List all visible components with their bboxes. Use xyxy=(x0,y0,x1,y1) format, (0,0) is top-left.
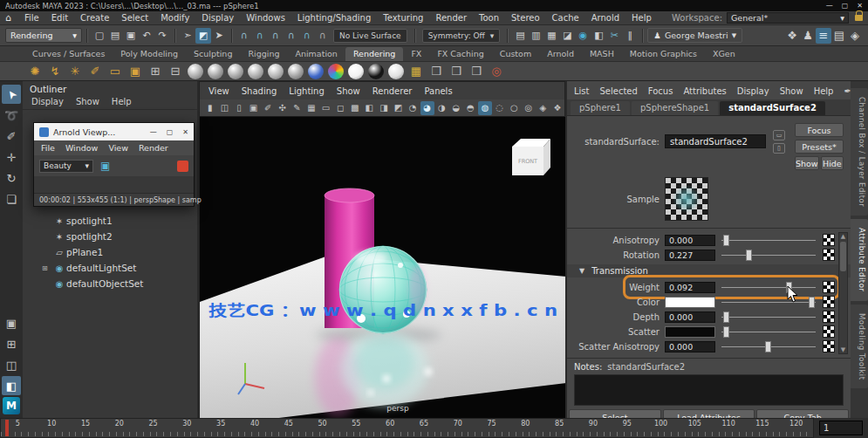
attribute-editor-menu-item[interactable]: Focus xyxy=(648,86,673,96)
sidebar-tab[interactable]: Channel Box / Layer Editor xyxy=(851,88,868,216)
pause-icon[interactable]: ‖ xyxy=(622,28,638,44)
2d-pan-zoom-icon[interactable]: ✐ xyxy=(261,101,275,115)
shelf-tab[interactable]: Rendering xyxy=(345,47,404,61)
spot-light-icon[interactable]: ✐ xyxy=(86,63,104,80)
xray-icon[interactable]: ○ xyxy=(507,101,521,115)
viewport-menu-item[interactable]: Renderer xyxy=(372,86,413,96)
attribute-slider[interactable] xyxy=(721,250,816,261)
shelf-tab[interactable]: Custom xyxy=(492,47,539,61)
minimize-button[interactable]: — xyxy=(826,2,833,10)
snap-surface-icon[interactable]: ∩ xyxy=(315,28,331,44)
arnold-menu-item[interactable]: View xyxy=(108,143,128,153)
surface-shader-white-icon[interactable] xyxy=(348,64,364,79)
use-background-icon[interactable] xyxy=(388,64,404,79)
attribute-value-field[interactable]: 0.000 xyxy=(665,341,715,352)
move-tool[interactable]: ✛ xyxy=(2,147,21,167)
menu-item[interactable]: Windows xyxy=(240,13,291,23)
node-name-field[interactable]: standardSurface2 xyxy=(665,134,766,148)
menu-item[interactable]: Modify xyxy=(154,13,195,23)
attribute-value-field[interactable] xyxy=(665,326,715,338)
layered-shader-icon[interactable] xyxy=(288,64,304,79)
grid-icon[interactable]: ▦ xyxy=(304,101,318,115)
stop-render-button[interactable] xyxy=(177,161,188,172)
joint-size-icon[interactable]: ✣ xyxy=(276,101,290,115)
render-sequence-icon[interactable]: ▦ xyxy=(543,28,559,44)
texture-map-button[interactable] xyxy=(823,340,835,352)
attribute-editor-menu-item[interactable]: Help xyxy=(814,86,834,96)
slider-handle[interactable] xyxy=(723,326,729,338)
directional-light-icon[interactable]: ↯ xyxy=(46,63,64,80)
texture-map-button[interactable] xyxy=(823,296,835,308)
swatch-link-icon[interactable]: ▭ xyxy=(773,130,785,140)
attribute-editor-tab[interactable]: pSphere1 xyxy=(571,101,630,115)
layout-two-pane[interactable]: ◫ xyxy=(2,355,21,374)
close-button[interactable]: ✕ xyxy=(182,128,188,136)
grease-pencil-icon[interactable]: ✎ xyxy=(290,101,304,115)
cut-icon[interactable]: ✂ xyxy=(606,28,622,44)
point-light-icon[interactable]: ✳ xyxy=(66,63,84,80)
light-editor-icon[interactable]: ❒ xyxy=(468,63,485,80)
shelf-tab[interactable]: FX xyxy=(403,47,429,61)
scroll-up-icon[interactable]: ▲ xyxy=(841,233,845,240)
texture-map-button[interactable] xyxy=(823,281,835,293)
menu-item[interactable]: File xyxy=(18,13,45,23)
hypershade-icon[interactable]: ⊟ xyxy=(167,63,184,80)
lock-icon[interactable] xyxy=(855,15,863,21)
shelf-tab[interactable]: Curves / Surfaces xyxy=(24,47,113,61)
viewport-menu-item[interactable]: View xyxy=(208,86,229,96)
attribute-slider[interactable] xyxy=(721,326,816,338)
scrollbar-thumb[interactable] xyxy=(840,242,846,271)
presets-button[interactable]: Presets* xyxy=(795,140,844,154)
attribute-slider[interactable] xyxy=(721,235,816,246)
volume-light-icon[interactable]: ▭ xyxy=(106,63,124,80)
viewport-menu-item[interactable]: Panels xyxy=(424,86,452,96)
collapse-triangle-icon[interactable]: ▼ xyxy=(579,267,584,275)
field-chart-icon[interactable]: ◧ xyxy=(363,101,377,115)
maximize-button[interactable]: ▢ xyxy=(842,2,849,10)
attribute-value-field[interactable] xyxy=(665,297,715,308)
arnold-menu-item[interactable]: Render xyxy=(139,143,168,153)
isolate-select-icon[interactable]: ◎ xyxy=(522,101,536,115)
snap-grid-icon[interactable]: ∩ xyxy=(236,28,252,44)
attribute-editor-menu-item[interactable]: Display xyxy=(737,86,769,96)
attribute-editor-menu-item[interactable]: Selected xyxy=(599,86,637,96)
scale-tool[interactable]: ❏ xyxy=(2,189,21,209)
menu-item[interactable]: Stereo xyxy=(505,13,546,23)
layout-outliner-persp[interactable]: ◧ xyxy=(2,376,21,395)
notes-textarea[interactable] xyxy=(574,374,844,406)
attribute-editor-menu-item[interactable]: List xyxy=(574,86,589,96)
ai-standard-surface-icon[interactable] xyxy=(268,64,284,79)
select-tool[interactable]: ➤ xyxy=(2,85,21,104)
aov-dropdown[interactable]: Beauty▾ xyxy=(39,160,93,173)
shelf-tab[interactable]: Motion Graphics xyxy=(622,47,705,61)
material-sample-swatch[interactable] xyxy=(665,177,708,221)
ambient-occlusion-icon[interactable]: ◍ xyxy=(478,101,492,115)
current-frame-field[interactable] xyxy=(819,421,863,435)
safe-title-icon[interactable]: ◩ xyxy=(392,101,406,115)
arnold-window-titlebar[interactable]: Arnold Viewp... — ▢ ✕ xyxy=(34,123,194,140)
standard-surface-icon[interactable] xyxy=(248,64,263,79)
use-all-lights-icon[interactable]: ◒ xyxy=(449,101,463,115)
sidebar-tab[interactable]: Attribute Editor xyxy=(851,219,868,300)
film-gate-icon[interactable]: ▭ xyxy=(319,101,333,115)
slider-handle[interactable] xyxy=(746,250,752,261)
expand-icon[interactable]: ⊞ xyxy=(42,264,52,272)
lasso-tool[interactable]: ➰ xyxy=(2,106,21,125)
timeline-ruler[interactable]: 5101520253035404550556065707580859095100… xyxy=(0,418,814,438)
shelf-tab[interactable]: FX Caching xyxy=(429,47,491,61)
attribute-value-field[interactable]: 0.227 xyxy=(665,250,715,261)
checker-texture-icon[interactable]: ▦ xyxy=(407,63,425,80)
slider-handle[interactable] xyxy=(786,282,792,293)
camera-settings-icon[interactable]: ◫ xyxy=(218,101,232,115)
ipr-render-icon[interactable]: ▥ xyxy=(528,28,543,44)
shadows-icon[interactable]: ◓ xyxy=(464,101,478,115)
layout-single-pane[interactable]: ▣ xyxy=(2,313,21,332)
texture-map-button[interactable] xyxy=(823,249,835,261)
shelf-tab[interactable]: Poly Modeling xyxy=(113,47,186,61)
viewport-menu-item[interactable]: Show xyxy=(337,86,360,96)
attribute-editor-menu-item[interactable]: Attributes xyxy=(683,86,726,96)
attribute-value-field[interactable]: 0.000 xyxy=(665,235,715,246)
gate-mask-icon[interactable]: ▩ xyxy=(348,101,362,115)
maximize-button[interactable]: ▢ xyxy=(167,128,174,136)
wireframe-icon[interactable]: ◔ xyxy=(406,101,420,115)
